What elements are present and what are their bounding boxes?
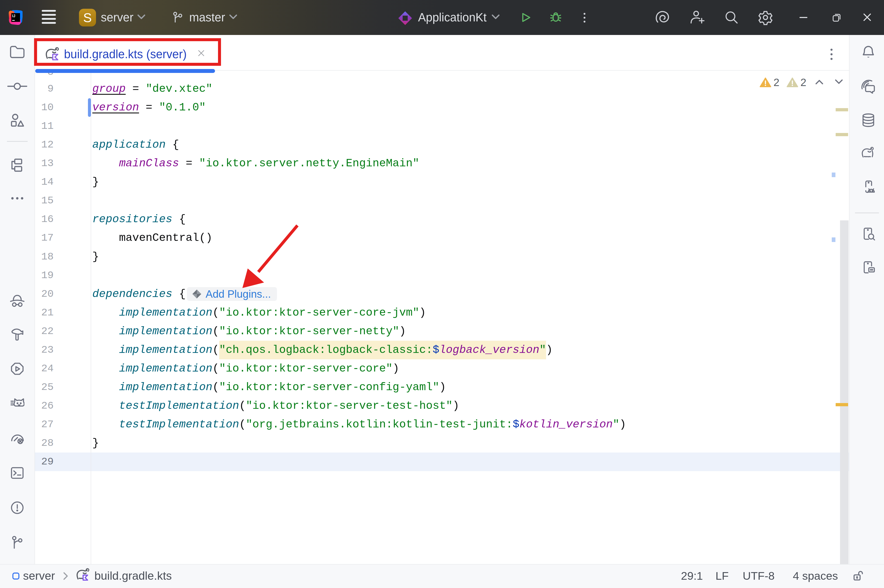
svg-text:IJ: IJ xyxy=(12,14,15,18)
